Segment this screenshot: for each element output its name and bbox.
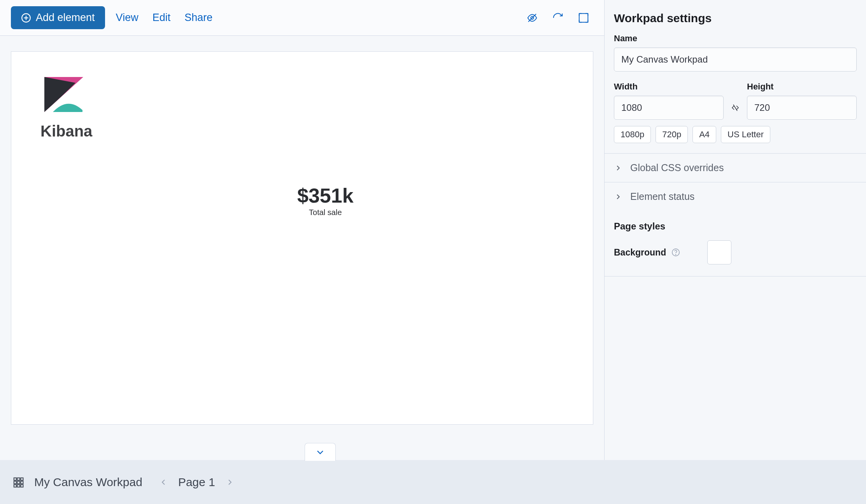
workpad-name-input[interactable] xyxy=(614,47,857,72)
height-label: Height xyxy=(747,82,857,92)
chevron-right-icon[interactable] xyxy=(225,478,235,487)
chevron-right-icon xyxy=(614,164,622,172)
svg-rect-17 xyxy=(18,485,20,487)
add-element-label: Add element xyxy=(36,12,95,24)
svg-rect-18 xyxy=(21,485,23,487)
page-indicator[interactable]: Page 1 xyxy=(178,476,215,489)
svg-line-4 xyxy=(528,14,536,22)
svg-rect-13 xyxy=(14,481,16,483)
background-color-swatch[interactable] xyxy=(707,240,731,264)
chevron-right-icon xyxy=(614,192,622,201)
help-icon[interactable] xyxy=(671,248,680,257)
plus-circle-icon xyxy=(21,13,31,23)
svg-rect-12 xyxy=(21,478,23,480)
view-link[interactable]: View xyxy=(116,12,138,24)
canvas-area: Kibana $351k Total sale xyxy=(0,36,604,460)
size-presets: 1080p 720p A4 US Letter xyxy=(614,126,857,143)
toolbar-links: View Edit Share xyxy=(116,12,213,24)
page-pager: Page 1 xyxy=(159,476,235,489)
kibana-logo-icon xyxy=(40,75,87,114)
sidebar-title: Workpad settings xyxy=(605,0,866,33)
eye-off-icon[interactable] xyxy=(526,12,538,24)
footer-bar: My Canvas Workpad Page 1 xyxy=(0,460,866,504)
height-input[interactable] xyxy=(747,96,857,120)
accordion-label: Global CSS overrides xyxy=(630,162,724,173)
svg-line-7 xyxy=(733,105,737,111)
svg-rect-16 xyxy=(14,485,16,487)
settings-sidebar: Workpad settings Name Width Height xyxy=(604,0,866,460)
toolbar: Add element View Edit Share xyxy=(0,0,604,36)
grid-icon[interactable] xyxy=(12,476,24,488)
link-broken-icon xyxy=(731,103,740,112)
svg-point-9 xyxy=(676,254,676,255)
logo-text: Kibana xyxy=(40,122,92,140)
page-styles-title: Page styles xyxy=(605,211,866,240)
share-link[interactable]: Share xyxy=(184,12,212,24)
metric-element[interactable]: $351k Total sale xyxy=(297,184,354,217)
page-tray-toggle[interactable] xyxy=(305,443,336,461)
refresh-icon[interactable] xyxy=(552,12,564,24)
logo-element[interactable]: Kibana xyxy=(40,75,92,140)
svg-rect-15 xyxy=(21,481,23,483)
metric-value: $351k xyxy=(297,184,354,207)
width-input[interactable] xyxy=(614,96,724,120)
accordion-element-status[interactable]: Element status xyxy=(605,182,866,211)
svg-rect-14 xyxy=(18,481,20,483)
edit-link[interactable]: Edit xyxy=(153,12,171,24)
fullscreen-icon[interactable] xyxy=(578,12,589,24)
name-label: Name xyxy=(614,33,857,44)
accordion-css-overrides[interactable]: Global CSS overrides xyxy=(605,153,866,182)
toolbar-icons xyxy=(526,12,593,24)
accordion-label: Element status xyxy=(630,191,694,202)
chevron-left-icon[interactable] xyxy=(159,478,168,487)
svg-rect-11 xyxy=(18,478,20,480)
footer-workpad-name[interactable]: My Canvas Workpad xyxy=(34,476,142,489)
workpad-page[interactable]: Kibana $351k Total sale xyxy=(11,51,593,425)
width-label: Width xyxy=(614,82,724,92)
add-element-button[interactable]: Add element xyxy=(11,6,105,29)
svg-rect-10 xyxy=(14,478,16,480)
preset-a4[interactable]: A4 xyxy=(692,126,716,143)
preset-720p[interactable]: 720p xyxy=(656,126,688,143)
preset-us-letter[interactable]: US Letter xyxy=(721,126,770,143)
chevron-down-icon xyxy=(315,447,326,458)
svg-rect-5 xyxy=(579,13,588,22)
aspect-lock-toggle[interactable] xyxy=(728,96,742,120)
preset-1080p[interactable]: 1080p xyxy=(614,126,651,143)
metric-label: Total sale xyxy=(297,208,354,217)
background-label: Background xyxy=(614,247,666,258)
